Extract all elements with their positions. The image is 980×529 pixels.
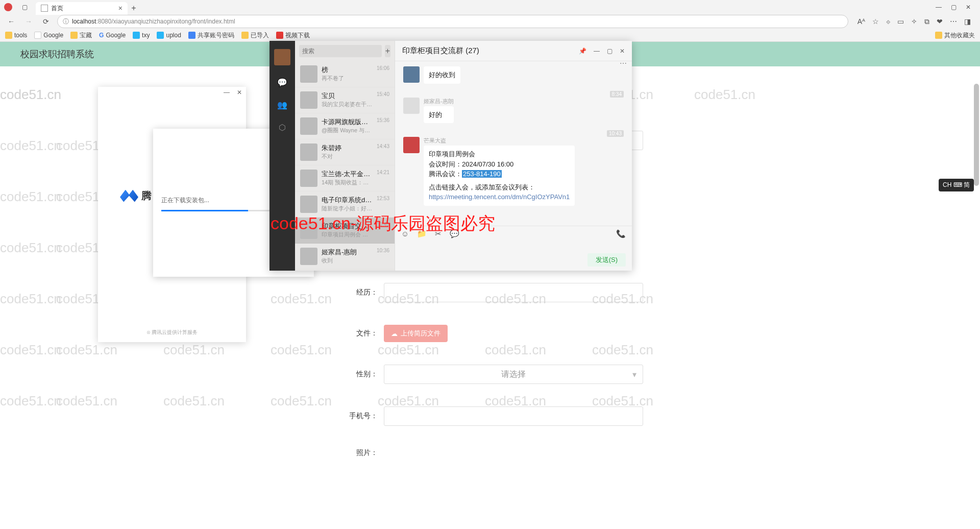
url-host: localhost xyxy=(72,18,96,25)
site-info-icon[interactable]: ⓘ xyxy=(63,17,69,26)
text-size-icon[interactable]: Aᴬ xyxy=(857,17,865,26)
chat-time: 15:36 xyxy=(377,117,389,135)
chat-list-item[interactable]: 姬家昌-惠朗 收到 10:36 xyxy=(295,244,395,270)
sidebar-icon[interactable]: ◨ xyxy=(964,17,971,26)
window-maximize-icon[interactable]: ▢ xyxy=(951,4,957,11)
chat-list-item[interactable]: 宝贝 我的宝贝老婆在干嘛呀 15:40 xyxy=(295,87,395,113)
photo-label: 照片： xyxy=(337,448,378,458)
bookmark-item[interactable]: 已导入 xyxy=(241,31,269,40)
browser-tab[interactable]: 首页 × xyxy=(36,2,128,15)
bookmark-item[interactable]: 共享账号密码 xyxy=(188,31,234,40)
nav-back-icon[interactable]: ← xyxy=(5,15,17,28)
meeting-card[interactable]: 印章项目周例会 会议时间：2024/07/30 16:00 腾讯会议：253-8… xyxy=(424,146,575,206)
send-button[interactable]: 发送(S) xyxy=(587,253,626,267)
new-tab-button[interactable]: + xyxy=(128,4,140,13)
message-row: 好的收到 xyxy=(403,66,624,84)
chat-list-item[interactable]: 卡源网旗舰版分站咨... @圈圈 Wayne 与群里其... 15:36 xyxy=(295,113,395,139)
favorite-icon[interactable]: ☆ xyxy=(872,17,879,26)
phone-input[interactable] xyxy=(384,406,643,426)
message-avatar[interactable] xyxy=(403,98,420,114)
scrollbar[interactable] xyxy=(974,84,979,186)
add-button[interactable]: + xyxy=(385,45,390,57)
wechat-window: 💬 👥 ⬡ + 榜 再不卷了 16:06 宝贝 我的宝贝老婆在干嘛呀 15:40… xyxy=(270,41,632,271)
chat-name: 卡源网旗舰版分站咨... xyxy=(322,117,373,127)
downloads-icon[interactable]: ⧉ xyxy=(924,17,929,26)
chat-name: 宝兰德-太平金科寿... xyxy=(322,170,373,179)
chat-avatar xyxy=(300,196,317,213)
chat-avatar xyxy=(300,143,317,161)
chat-avatar xyxy=(300,248,317,265)
message-avatar[interactable] xyxy=(403,137,420,153)
workspace-icon[interactable]: ▢ xyxy=(18,1,31,13)
bookmark-item[interactable]: uplod xyxy=(157,32,181,39)
chat-list-item[interactable]: 榜 再不卷了 16:06 xyxy=(295,61,395,87)
nav-reload-icon[interactable]: ⟳ xyxy=(40,15,52,28)
window-close-icon[interactable]: ✕ xyxy=(620,47,625,55)
bookmarks-bar: tools Google 宝藏 GGoogle txy uplod 共享账号密码… xyxy=(0,29,980,42)
tab-close-icon[interactable]: × xyxy=(118,4,122,12)
chat-time: 15:40 xyxy=(377,91,389,109)
window-close-icon[interactable]: ✕ xyxy=(966,4,971,11)
window-minimize-icon[interactable]: — xyxy=(936,4,942,11)
bookmark-item[interactable]: txy xyxy=(133,32,150,39)
footer-text: ⊙ 腾讯云提供计算服务 xyxy=(98,329,246,336)
reader-icon[interactable]: ▭ xyxy=(897,17,904,26)
collections-icon[interactable]: ✧ xyxy=(911,17,917,26)
chat-time: 14:43 xyxy=(377,143,389,161)
favorites-icon[interactable]: ⬡ xyxy=(277,122,288,133)
chat-name: 榜 xyxy=(322,65,373,75)
chat-icon[interactable]: 💬 xyxy=(277,77,288,88)
chat-preview: 随新龍李小姐：好的，... xyxy=(322,205,373,212)
window-close-icon[interactable]: ✕ xyxy=(237,89,242,96)
browser-chrome: ▢ 首页 × + — ▢ ✕ ← → ⟳ ⓘ localhost:8080/xi… xyxy=(0,0,980,42)
window-minimize-icon[interactable]: — xyxy=(594,47,600,55)
url-path: :8080/xiaoyuanqiuzhizhaopinxitong/front/… xyxy=(96,18,235,25)
pin-icon[interactable]: 📌 xyxy=(579,47,586,55)
message-avatar[interactable] xyxy=(403,66,420,83)
tab-favicon xyxy=(41,5,48,12)
sender-name: 芒果大盗 xyxy=(424,137,575,145)
chat-list-item[interactable]: 朱碧婷 不对 14:43 xyxy=(295,139,395,165)
chat-name: 电子印章系统debug... xyxy=(322,196,373,205)
address-bar[interactable]: ⓘ localhost:8080/xiaoyuanqiuzhizhaopinxi… xyxy=(57,15,848,28)
bookmark-item[interactable]: GGoogle xyxy=(99,32,126,39)
meeting-id-highlight[interactable]: 253-814-190 xyxy=(462,170,502,178)
other-bookmarks[interactable]: 其他收藏夹 xyxy=(935,31,975,40)
bookmark-item[interactable]: 视频下载 xyxy=(276,31,310,40)
performance-icon[interactable]: ❤ xyxy=(937,17,943,26)
upload-button[interactable]: ☁上传简历文件 xyxy=(384,325,448,342)
more-icon[interactable]: ⋯ xyxy=(620,59,627,67)
chat-name: 姬家昌-惠朗 xyxy=(322,248,373,257)
chat-panel: 印章柜项目交流群 (27) 📌 — ▢ ✕ ⋯ 好的收到 8:34 姬家昌-惠朗… xyxy=(395,41,632,271)
chat-preview: 我的宝贝老婆在干嘛呀 xyxy=(322,101,373,108)
message-row: 芒果大盗 印章项目周例会 会议时间：2024/07/30 16:00 腾讯会议：… xyxy=(403,137,624,206)
chat-preview: 不对 xyxy=(322,153,373,160)
profile-avatar[interactable] xyxy=(4,3,12,11)
brand-partial: 腾 xyxy=(141,189,152,203)
phone-label: 手机号： xyxy=(337,412,378,421)
gender-select[interactable]: 请选择 xyxy=(384,365,643,384)
meeting-link[interactable]: https://meeting.tencent.com/dm/nCgIOzYPA… xyxy=(429,192,570,202)
sender-name: 姬家昌-惠朗 xyxy=(424,98,454,105)
gender-label: 性别： xyxy=(337,370,378,379)
search-input[interactable] xyxy=(299,45,382,57)
resume-input[interactable] xyxy=(384,283,643,302)
bookmark-item[interactable]: 宝藏 xyxy=(70,31,92,40)
chat-avatar xyxy=(300,117,317,135)
call-icon[interactable]: 📞 xyxy=(616,229,626,238)
extensions-icon[interactable]: ⟐ xyxy=(886,17,890,26)
chat-list-item[interactable]: 宝兰德-太平金科寿... 14期 预期收益：可以了... 14:21 xyxy=(295,165,395,191)
chat-preview: 14期 预期收益：可以了... xyxy=(322,179,373,186)
bookmark-item[interactable]: Google xyxy=(34,32,63,39)
contacts-icon[interactable]: 👥 xyxy=(277,99,288,110)
chat-preview: 再不卷了 xyxy=(322,75,373,82)
time-tag: 8:34 xyxy=(610,91,624,98)
window-maximize-icon[interactable]: ▢ xyxy=(607,47,612,55)
tab-title: 首页 xyxy=(51,4,63,13)
ime-indicator[interactable]: CH ⌨ 简 xyxy=(939,179,974,191)
chat-avatar xyxy=(300,91,317,109)
window-minimize-icon[interactable]: — xyxy=(224,89,230,96)
more-icon[interactable]: ⋯ xyxy=(950,17,957,26)
bookmark-item[interactable]: tools xyxy=(5,32,27,39)
user-avatar[interactable] xyxy=(274,49,290,65)
